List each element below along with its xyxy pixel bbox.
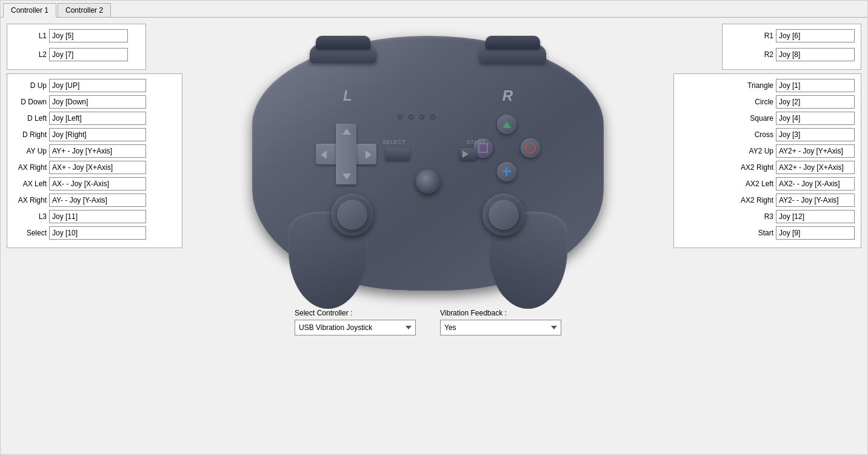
start-button-graphic <box>459 148 476 160</box>
label-r: R <box>502 87 513 104</box>
l3-row: L3 <box>13 210 176 223</box>
arrow-down-icon <box>342 174 351 180</box>
cross-row: Cross <box>680 128 855 141</box>
select-input[interactable] <box>49 226 146 240</box>
start-text-label: START <box>467 139 486 145</box>
arrow-up-icon <box>342 129 351 135</box>
square-input[interactable] <box>776 112 855 125</box>
ay2-up-label: AY2 Up <box>731 147 773 155</box>
start-row: Start <box>680 226 855 240</box>
ax2-right-label: AX2 Right <box>731 163 773 172</box>
ax-right-input[interactable] <box>49 161 146 174</box>
r3-input[interactable] <box>776 210 855 223</box>
vibration-feedback-dropdown[interactable]: Yes No <box>440 320 561 335</box>
r1-label: R1 <box>731 32 773 40</box>
ax2-right2-label: AX2 Right <box>731 196 773 204</box>
triangle-button <box>497 115 516 134</box>
led-4 <box>430 115 435 120</box>
left-main-box: D Up D Down D Left D Right AY Up <box>7 73 182 248</box>
led-1 <box>398 115 402 120</box>
ax2-left-row: AX2 Left <box>680 177 855 190</box>
triangle-label: Triangle <box>731 81 773 90</box>
gamepad-body: L R <box>252 36 604 291</box>
d-left-row: D Left <box>13 112 176 125</box>
tab-controller2[interactable]: Controller 2 <box>58 3 111 17</box>
ay-up-label: AY Up <box>13 147 47 155</box>
triangle-input[interactable] <box>776 79 855 92</box>
tab-controller1[interactable]: Controller 1 <box>3 3 56 18</box>
cross-input[interactable] <box>776 128 855 141</box>
dpad <box>316 124 376 184</box>
r2-input[interactable] <box>776 48 855 61</box>
r1-input[interactable] <box>776 29 855 42</box>
ay2-up-input[interactable] <box>776 144 855 158</box>
d-right-row: D Right <box>13 128 176 141</box>
ax2-right-row: AX2 Right <box>680 161 855 174</box>
select-controller-dropdown[interactable]: USB Vibration Joystick Other Controller <box>295 320 416 335</box>
d-right-label: D Right <box>13 130 47 139</box>
l-triggers-box: L1 L2 <box>7 24 146 70</box>
d-right-input[interactable] <box>49 128 146 141</box>
ax2-right-input[interactable] <box>776 161 855 174</box>
square-label: Square <box>731 114 773 123</box>
ax-left-label: AX Left <box>13 180 47 188</box>
d-down-label: D Down <box>13 98 47 106</box>
right-main-box: Triangle Circle Square Cross AY2 Up <box>673 73 861 248</box>
shoulder-l2 <box>316 36 370 49</box>
led-2 <box>409 115 413 120</box>
ax-left-row: AX Left <box>13 177 176 190</box>
l1-label: L1 <box>13 32 47 40</box>
l1-input[interactable] <box>49 29 128 42</box>
start-label: Start <box>731 229 773 237</box>
left-panel: L1 L2 D Up D Down D Le <box>7 24 189 447</box>
circle-label: Circle <box>731 98 773 106</box>
ay-down-row: AX Right <box>13 194 176 207</box>
select-text-label: SELECT <box>382 139 406 145</box>
label-l: L <box>343 87 352 104</box>
ax2-left-input[interactable] <box>776 177 855 190</box>
square-row: Square <box>680 112 855 125</box>
ay-up-input[interactable] <box>49 144 146 158</box>
cross-button <box>497 162 516 181</box>
ay-up-row: AY Up <box>13 144 176 158</box>
l2-label: L2 <box>13 50 47 59</box>
select-controller-label: Select Controller : <box>295 309 416 317</box>
content-area: L1 L2 D Up D Down D Le <box>1 18 867 453</box>
start-triangle-icon <box>462 150 473 158</box>
vibration-feedback-label: Vibration Feedback : <box>440 309 561 317</box>
select-label: Select <box>13 229 47 237</box>
r3-row: R3 <box>680 210 855 223</box>
select-row: Select <box>13 226 176 240</box>
d-up-label: D Up <box>13 81 47 90</box>
cross-label: Cross <box>731 130 773 139</box>
tab-bar: Controller 1 Controller 2 <box>1 1 867 18</box>
main-window: Controller 1 Controller 2 L1 L2 <box>0 0 868 455</box>
circle-button <box>521 138 540 158</box>
l1-row: L1 <box>13 29 139 42</box>
start-input[interactable] <box>776 226 855 240</box>
d-up-input[interactable] <box>49 79 146 92</box>
circle-input[interactable] <box>776 95 855 109</box>
gamepad-graphic: L R <box>240 24 616 303</box>
ay-down-input[interactable] <box>49 194 146 207</box>
circle-row: Circle <box>680 95 855 109</box>
led-row <box>398 115 435 120</box>
ax2-right2-input[interactable] <box>776 194 855 207</box>
d-left-input[interactable] <box>49 112 146 125</box>
face-buttons <box>473 115 540 181</box>
left-analog-stick <box>331 194 373 236</box>
arrow-right-icon <box>366 150 372 159</box>
d-down-input[interactable] <box>49 95 146 109</box>
select-controller-group: Select Controller : USB Vibration Joysti… <box>295 309 416 335</box>
l3-input[interactable] <box>49 210 146 223</box>
left-stick-inner <box>337 200 367 230</box>
ax2-right2-row: AX2 Right <box>680 194 855 207</box>
ay-down-label: AX Right <box>13 196 47 204</box>
l2-input[interactable] <box>49 48 128 61</box>
r-triggers-box: R1 R2 <box>722 24 861 70</box>
ax-right-label: AX Right <box>13 163 47 172</box>
ax-left-input[interactable] <box>49 177 146 190</box>
center-ball <box>416 169 440 194</box>
led-3 <box>419 115 424 120</box>
center-panel: L R <box>189 24 667 447</box>
